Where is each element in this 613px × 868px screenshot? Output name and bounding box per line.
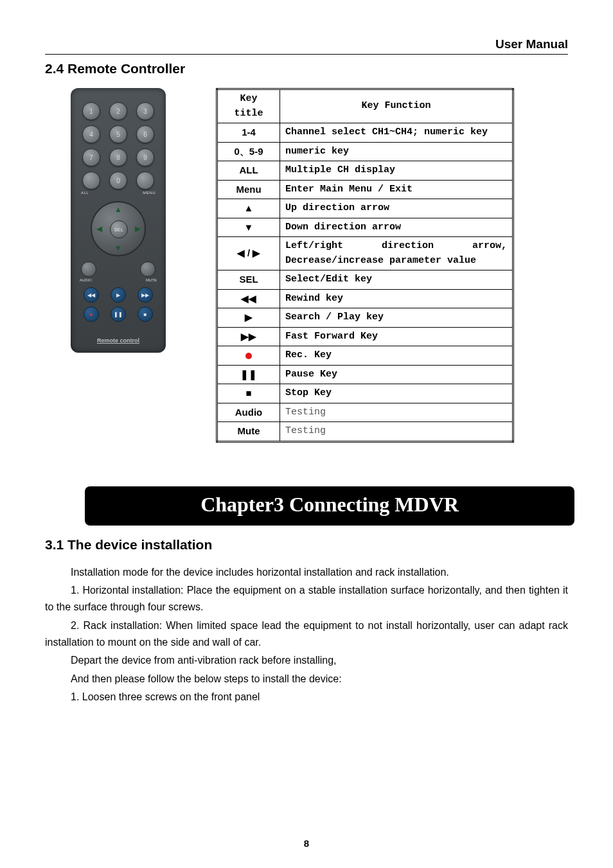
down-arrow-icon: ▼ bbox=[114, 244, 123, 252]
remote-rec-button: ● bbox=[84, 306, 99, 322]
remote-brand-label: Remote control bbox=[71, 337, 166, 344]
fn-cell: Fast Forward Key bbox=[280, 327, 513, 346]
table-row: ❚❚Pause Key bbox=[217, 365, 513, 384]
table-header-fn: Key Function bbox=[280, 89, 513, 123]
table-row: ▶▶Fast Forward Key bbox=[217, 327, 513, 346]
key-cell: ▼ bbox=[217, 218, 280, 237]
key-cell: Audio bbox=[217, 403, 280, 422]
remote-label-menu: MENU bbox=[143, 191, 155, 195]
remote-key-all bbox=[82, 172, 100, 190]
fn-cell: Rec. Key bbox=[280, 346, 513, 366]
key-cell: 1-4 bbox=[217, 123, 280, 143]
table-row: MenuEnter Main Menu / Exit bbox=[217, 180, 513, 199]
remote-key-9: 9 bbox=[136, 148, 154, 166]
fn-cell: Testing bbox=[280, 422, 513, 442]
paragraph: 1. Loosen three screws on the front pane… bbox=[45, 689, 568, 705]
remote-key-4: 4 bbox=[82, 125, 100, 143]
key-cell: Mute bbox=[217, 422, 280, 442]
table-row: ■Stop Key bbox=[217, 384, 513, 403]
key-cell: SEL bbox=[217, 270, 280, 290]
key-cell: ■ bbox=[217, 384, 280, 403]
remote-key-0: 0 bbox=[109, 172, 127, 190]
remote-stop-button: ■ bbox=[138, 306, 153, 322]
remote-key-menu bbox=[136, 172, 154, 190]
fn-cell: Left/right direction arrow, Decrease/inc… bbox=[280, 237, 513, 270]
table-row: MuteTesting bbox=[217, 422, 513, 442]
table-header-row: Key title Key Function bbox=[217, 89, 513, 123]
fn-cell: Channel select CH1~CH4; numeric key bbox=[280, 123, 513, 143]
section-2-4-heading: 2.4 Remote Controller bbox=[45, 61, 568, 76]
table-row: ▼Down direction arrow bbox=[217, 218, 513, 237]
remote-key-8: 8 bbox=[109, 148, 127, 166]
key-cell: ▲ bbox=[217, 199, 280, 218]
section-3-1-heading: 3.1 The device installation bbox=[45, 537, 568, 553]
fn-cell: numeric key bbox=[280, 142, 513, 161]
key-cell: ALL bbox=[217, 161, 280, 181]
table-row: 1-4Channel select CH1~CH4; numeric key bbox=[217, 123, 513, 143]
key-cell: ◀ / ▶ bbox=[217, 237, 280, 270]
key-cell bbox=[217, 346, 280, 366]
table-row: ▲Up direction arrow bbox=[217, 199, 513, 218]
remote-pause-button: ❚❚ bbox=[111, 306, 126, 322]
remote-mute-button bbox=[140, 261, 155, 277]
remote-figure: 1 2 3 4 5 6 7 8 9 0 ALL MENU bbox=[71, 88, 180, 353]
remote-play-button: ▶ bbox=[111, 287, 126, 303]
remote-key-6: 6 bbox=[136, 125, 154, 143]
key-cell: ❚❚ bbox=[217, 365, 280, 384]
table-header-key: Key title bbox=[217, 89, 280, 123]
section-3-1-body: Installation mode for the device include… bbox=[45, 564, 568, 706]
key-cell: ▶▶ bbox=[217, 327, 280, 346]
fn-cell: Enter Main Menu / Exit bbox=[280, 180, 513, 199]
table-row: AudioTesting bbox=[217, 403, 513, 422]
remote-audio-button bbox=[81, 261, 96, 277]
paragraph: 2. Rack installation: When limited space… bbox=[45, 617, 568, 651]
fn-cell: Rewind key bbox=[280, 289, 513, 308]
remote-label-all: ALL bbox=[81, 191, 89, 195]
record-dot-icon bbox=[245, 353, 252, 359]
key-cell: Menu bbox=[217, 180, 280, 199]
table-row: ALLMultiple CH display bbox=[217, 161, 513, 181]
right-arrow-icon: ▶ bbox=[133, 224, 142, 233]
remote-key-3: 3 bbox=[136, 102, 154, 120]
remote-ff-button: ▶▶ bbox=[138, 287, 153, 303]
left-arrow-icon: ◀ bbox=[94, 224, 103, 233]
paragraph: And then please follow the below steps t… bbox=[45, 671, 568, 687]
table-row: ◀ / ▶Left/right direction arrow, Decreas… bbox=[217, 237, 513, 270]
fn-cell: Stop Key bbox=[280, 384, 513, 403]
fn-cell: Testing bbox=[280, 403, 513, 422]
up-arrow-icon: ▲ bbox=[114, 205, 123, 214]
fn-cell: Search / Play key bbox=[280, 308, 513, 328]
remote-sel-button: SEL bbox=[110, 220, 128, 238]
fn-cell: Multiple CH display bbox=[280, 161, 513, 181]
header-title: User Manual bbox=[45, 37, 568, 55]
remote-label-audio: AUDIO bbox=[80, 278, 92, 282]
key-cell: ◀◀ bbox=[217, 289, 280, 308]
table-row: ◀◀Rewind key bbox=[217, 289, 513, 308]
paragraph: 1. Horizontal installation: Place the eq… bbox=[45, 582, 568, 616]
fn-cell: Pause Key bbox=[280, 365, 513, 384]
page-number: 8 bbox=[0, 838, 613, 849]
table-row: Rec. Key bbox=[217, 346, 513, 366]
table-row: SELSelect/Edit key bbox=[217, 270, 513, 290]
fn-cell: Select/Edit key bbox=[280, 270, 513, 290]
remote-key-7: 7 bbox=[82, 148, 100, 166]
key-cell: 0、5-9 bbox=[217, 142, 280, 161]
key-function-table: Key title Key Function 1-4Channel select… bbox=[216, 88, 514, 443]
table-row: ▶Search / Play key bbox=[217, 308, 513, 328]
remote-key-1: 1 bbox=[82, 102, 100, 120]
paragraph: Depart the device from anti-vibration ra… bbox=[45, 652, 568, 669]
fn-cell: Up direction arrow bbox=[280, 199, 513, 218]
table-row: 0、5-9numeric key bbox=[217, 142, 513, 161]
fn-cell: Down direction arrow bbox=[280, 218, 513, 237]
remote-label-mute: MUTE bbox=[146, 278, 157, 282]
key-cell: ▶ bbox=[217, 308, 280, 328]
paragraph: Installation mode for the device include… bbox=[45, 564, 568, 581]
chapter-3-heading: Chapter3 Connecting MDVR bbox=[85, 486, 574, 526]
remote-rewind-button: ◀◀ bbox=[84, 287, 99, 303]
remote-key-2: 2 bbox=[109, 102, 127, 120]
remote-dpad: ▲ ▼ ◀ ▶ SEL bbox=[91, 201, 146, 256]
remote-key-5: 5 bbox=[109, 125, 127, 143]
